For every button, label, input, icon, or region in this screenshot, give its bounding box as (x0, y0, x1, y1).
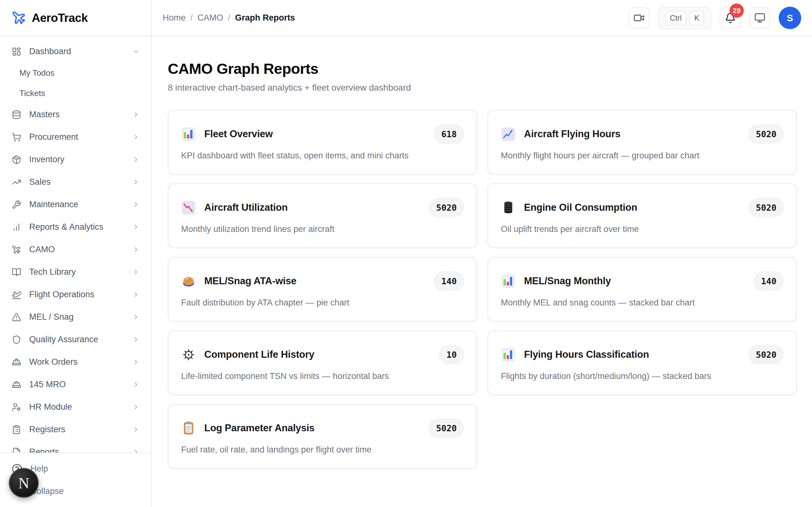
sidebar-item-tickets[interactable]: Tickets (0, 83, 150, 103)
command-palette-button[interactable]: Ctrl K (658, 7, 711, 29)
sidebar-item-145-mro[interactable]: 145 MRO (0, 373, 150, 396)
hard-hat-icon (12, 380, 21, 389)
user-cog-icon (12, 402, 21, 412)
sidebar-item-quality-assurance[interactable]: Quality Assurance (0, 328, 150, 351)
sidebar-item-camo[interactable]: CAMO (0, 238, 150, 261)
kbd-k: K (690, 11, 704, 25)
breadcrumb-camo[interactable]: CAMO (198, 13, 223, 23)
sidebar-nav: DashboardMy TodosTicketsMastersProcureme… (0, 37, 150, 452)
sidebar-item-label: Tech Library (29, 267, 76, 277)
sidebar-item-maintenance[interactable]: Maintenance (0, 193, 150, 216)
video-button[interactable] (629, 7, 650, 29)
card-title: Component Life History (204, 349, 314, 360)
sidebar-item-dashboard[interactable]: Dashboard (0, 40, 150, 63)
card-description: Life-limited component TSN vs limits — h… (181, 372, 464, 381)
report-card-aircraft-utilization[interactable]: Aircraft Utilization5020Monthly utilizat… (168, 183, 477, 248)
sidebar-item-label: Quality Assurance (29, 335, 98, 344)
dashboard-icon (12, 47, 21, 56)
breadcrumb-home[interactable]: Home (163, 13, 186, 23)
nextjs-dev-badge[interactable]: N (9, 468, 39, 498)
chevron-right-icon (132, 314, 140, 321)
chart-increasing-emoji (501, 127, 516, 142)
sidebar-item-sales[interactable]: Sales (0, 171, 150, 193)
sidebar-item-flight-operations[interactable]: Flight Operations (0, 283, 150, 306)
sidebar-item-procurement[interactable]: Procurement (0, 126, 150, 148)
card-description: Fuel rate, oil rate, and landings per fl… (181, 445, 464, 455)
sidebar-item-label: Maintenance (29, 200, 78, 210)
card-count-badge: 10 (439, 345, 464, 364)
notifications-button[interactable]: 29 (720, 7, 741, 29)
card-title: Log Parameter Analysis (204, 422, 315, 434)
plane-takeoff-icon (12, 290, 21, 299)
alert-triangle-icon (12, 313, 21, 322)
chevron-down-icon (132, 48, 140, 55)
sidebar-item-tech-library[interactable]: Tech Library (0, 261, 150, 283)
bar-chart-emoji (181, 127, 196, 142)
main-content: CAMO Graph Reports 8 interactive chart-b… (152, 37, 812, 469)
card-description: Monthly MEL and snag counts — stacked ba… (501, 298, 784, 308)
sidebar-item-work-orders[interactable]: Work Orders (0, 351, 150, 373)
report-card-component-life-history[interactable]: Component Life History10Life-limited com… (168, 331, 477, 395)
chevron-right-icon (132, 246, 140, 253)
bar-chart-emoji (501, 347, 516, 362)
app-root: AeroTrack DashboardMy TodosTicketsMaster… (0, 0, 812, 507)
brand[interactable]: AeroTrack (0, 0, 151, 37)
card-title: Flying Hours Classification (524, 349, 649, 360)
sidebar-item-label: Procurement (29, 132, 78, 142)
user-avatar[interactable]: S (779, 7, 801, 29)
card-header: MEL/Snag ATA-wise140 (181, 271, 464, 291)
card-count-badge: 5020 (428, 418, 464, 438)
card-title: MEL/Snag ATA-wise (204, 275, 297, 287)
clipboard-emoji (181, 421, 196, 436)
topbar: Home / CAMO / Graph Reports Ctrl K 29 (152, 0, 812, 37)
report-card-mel-snag-ata-wise[interactable]: MEL/Snag ATA-wise140Fault distribution b… (168, 257, 477, 322)
database-icon (12, 110, 21, 119)
breadcrumb: Home / CAMO / Graph Reports (163, 13, 295, 23)
card-title: Aircraft Utilization (204, 202, 288, 213)
sidebar-item-mel-snag[interactable]: MEL / Snag (0, 306, 150, 328)
monitor-icon (754, 12, 765, 23)
bar-chart-emoji (501, 274, 516, 289)
trending-up-icon (12, 177, 21, 187)
card-description: Monthly utilization trend lines per airc… (181, 224, 464, 234)
card-title: Fleet Overview (204, 128, 273, 140)
chart-decreasing-emoji (181, 200, 196, 215)
sidebar-item-reports[interactable]: Reports (0, 441, 150, 452)
report-card-aircraft-flying-hours[interactable]: Aircraft Flying Hours5020Monthly flight … (488, 110, 797, 175)
brand-name: AeroTrack (32, 11, 88, 25)
sidebar-item-inventory[interactable]: Inventory (0, 148, 150, 171)
card-description: Flights by duration (short/medium/long) … (501, 372, 784, 381)
breadcrumb-separator: / (228, 13, 231, 23)
kbd-ctrl: Ctrl (665, 11, 687, 25)
sidebar-item-registers[interactable]: Registers (0, 418, 150, 441)
sidebar-item-label: MEL / Snag (29, 312, 73, 322)
sidebar-item-my-todos[interactable]: My Todos (0, 63, 150, 83)
card-header: Log Parameter Analysis5020 (181, 418, 464, 438)
report-card-flying-hours-classification[interactable]: Flying Hours Classification5020Flights b… (488, 331, 797, 395)
shield-icon (12, 335, 21, 344)
sidebar-item-label: Tickets (19, 89, 45, 98)
sidebar-item-masters[interactable]: Masters (0, 103, 150, 126)
sidebar-item-label: Work Orders (29, 357, 78, 367)
card-title: Aircraft Flying Hours (524, 128, 620, 140)
report-cards-grid: Fleet Overview618KPI dashboard with flee… (168, 110, 797, 469)
sidebar-item-reports-analytics[interactable]: Reports & Analytics (0, 216, 150, 238)
sidebar-item-label: Registers (29, 425, 65, 435)
card-header: Aircraft Utilization5020 (181, 198, 464, 218)
card-count-badge: 140 (434, 271, 464, 291)
sidebar-item-label: 145 MRO (29, 380, 66, 389)
chevron-right-icon (132, 178, 140, 186)
card-description: Monthly flight hours per aircraft — grou… (501, 151, 784, 161)
report-card-log-parameter-analysis[interactable]: Log Parameter Analysis5020Fuel rate, oil… (168, 404, 477, 469)
report-card-engine-oil-consumption[interactable]: Engine Oil Consumption5020Oil uplift tre… (488, 183, 797, 248)
card-header: Aircraft Flying Hours5020 (501, 124, 784, 144)
sidebar-item-label: Reports & Analytics (29, 222, 103, 232)
content-column: Home / CAMO / Graph Reports Ctrl K 29 (152, 0, 812, 507)
sidebar-item-hr-module[interactable]: HR Module (0, 396, 150, 418)
report-card-mel-snag-monthly[interactable]: MEL/Snag Monthly140Monthly MEL and snag … (488, 257, 797, 322)
display-button[interactable] (749, 7, 770, 29)
report-card-fleet-overview[interactable]: Fleet Overview618KPI dashboard with flee… (168, 110, 477, 175)
card-count-badge: 5020 (428, 198, 464, 217)
breadcrumb-separator: / (190, 13, 193, 23)
plane-logo-icon (11, 10, 26, 25)
